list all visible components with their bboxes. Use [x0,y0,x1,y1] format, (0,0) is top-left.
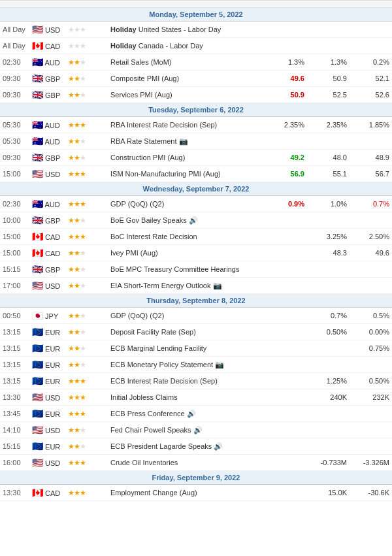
speaker-icon: 🔊 [187,410,196,417]
previous-cell [350,406,392,422]
currency-code: AUD [44,122,59,129]
star-empty: ★ [68,25,74,33]
flag-icon: 🇺🇸 [32,457,43,468]
event-cell: RBA Rate Statement 📷 [108,133,268,150]
flag-icon: 🇪🇺 [32,327,43,337]
event-text: RBA Interest Rate Decision (Sep) [110,121,217,129]
time-cell: 09:30 [0,150,29,166]
star-filled: ★ [80,489,86,497]
actual-cell [268,389,307,406]
day-header-cell: Friday, September 9, 2022 [0,471,392,485]
table-row: 13:30🇺🇸 USD★★★Initial Jobless Claims240K… [0,389,392,406]
star-filled: ★ [68,249,74,257]
flag-icon: 🇬🇧 [32,152,43,163]
event-text: RBA Rate Statement [110,137,177,145]
star-empty: ★ [80,25,86,33]
previous-cell: 0.2% [350,54,392,71]
star-filled: ★ [80,393,86,401]
currency-code: GBP [45,91,60,99]
header-event [108,1,268,8]
event-cell: ECB President Lagarde Speaks 🔊 [108,438,268,455]
currency-cell: 🇬🇧 GBP [29,261,65,278]
currency-cell: 🇦🇺 AUD [29,117,65,133]
currency-cell: 🇨🇦 CAD [29,485,65,501]
flag-icon: 🇯🇵 [32,310,43,321]
star-filled: ★ [74,58,80,66]
currency-code: USD [45,282,60,290]
camera-icon: 📷 [213,282,222,289]
previous-cell [350,438,392,455]
actual-cell [268,133,307,150]
importance-cell: ★★★ [65,150,108,166]
time-cell: 05:30 [0,133,29,150]
previous-cell [350,212,392,229]
flag-icon: 🇦🇺 [32,120,43,130]
currency-cell: 🇦🇺 AUD [29,54,65,71]
event-text: ECB Press Conference [110,410,185,417]
event-text: ECB President Lagarde Speaks [110,442,212,450]
time-cell: 09:30 [0,87,29,103]
previous-cell [350,357,392,373]
star-empty: ★ [74,25,80,33]
event-cell: BoE MPC Treasury Committee Hearings [108,261,268,278]
importance-cell: ★★★ [65,324,108,340]
actual-cell [268,278,307,294]
currency-code: CAD [45,42,60,50]
importance-cell: ★★★ [65,485,108,501]
star-filled: ★ [74,91,80,99]
star-filled: ★ [74,137,80,145]
star-filled: ★ [80,459,86,466]
day-header-cell: Thursday, September 8, 2022 [0,294,392,308]
star-empty: ★ [80,137,86,145]
speaker-icon: 🔊 [193,426,203,434]
event-cell: ECB Monetary Policy Statement 📷 [108,357,268,373]
star-filled: ★ [68,170,74,178]
actual-cell [268,438,307,455]
forecast-cell: 240K [307,389,350,406]
importance-cell: ★★★ [65,278,108,294]
table-row: 13:15🇪🇺 EUR★★★Deposit Facility Rate (Sep… [0,324,392,340]
event-text: ECB Interest Rate Decision (Sep) [110,377,218,385]
forecast-cell [307,261,350,278]
previous-cell [350,38,392,54]
actual-cell: 0.9% [268,196,307,212]
star-filled: ★ [74,344,80,352]
currency-cell: 🇺🇸 USD [29,278,65,294]
star-empty: ★ [80,282,86,289]
table-row: 15:00🇨🇦 CAD★★★BoC Interest Rate Decision… [0,229,392,245]
day-header-cell: Monday, September 5, 2022 [0,8,392,22]
importance-cell: ★★★ [65,389,108,406]
star-filled: ★ [68,91,74,99]
currency-code: CAD [45,489,60,497]
event-cell: Holiday United States - Labor Day [108,22,268,38]
table-row: 14:10🇺🇸 USD★★★Fed Chair Powell Speaks 🔊 [0,422,392,438]
event-cell: Retail Sales (MoM) [108,54,268,71]
star-filled: ★ [68,233,74,240]
star-filled: ★ [80,170,86,178]
forecast-cell [307,357,350,373]
star-empty: ★ [80,58,86,66]
day-header-row: Tuesday, September 6, 2022 [0,103,392,117]
star-filled: ★ [68,282,74,289]
day-header-row: Wednesday, September 7, 2022 [0,182,392,196]
actual-cell: 50.9 [268,87,307,103]
previous-cell: 49.6 [350,245,392,261]
table-row: 02:30🇦🇺 AUD★★★GDP (QoQ) (Q2)0.9%1.0%0.7% [0,196,392,212]
event-text: Crude Oil Inventories [110,459,178,466]
camera-icon: 📷 [179,137,188,145]
time-cell: 09:30 [0,71,29,87]
currency-cell: 🇨🇦 CAD [29,245,65,261]
star-empty: ★ [80,265,86,273]
currency-code: GBP [45,75,60,83]
currency-code: GBP [45,266,60,274]
actual-cell [268,22,307,38]
previous-cell: 2.50% [350,229,392,245]
star-filled: ★ [68,410,74,417]
currency-cell: 🇯🇵 JPY [29,308,65,324]
flag-icon: 🇪🇺 [32,343,43,353]
flag-icon: 🇬🇧 [32,73,43,84]
forecast-cell [307,22,350,38]
star-filled: ★ [80,233,86,240]
event-detail: United States - Labor Day [139,25,221,33]
previous-cell: 0.7% [350,196,392,212]
